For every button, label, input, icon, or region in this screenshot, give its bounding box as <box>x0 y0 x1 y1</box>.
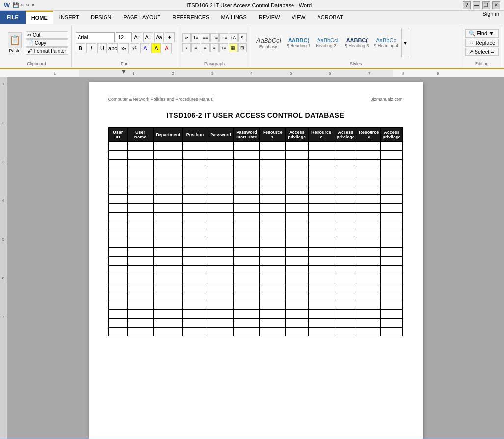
table-row[interactable] <box>108 257 402 266</box>
table-cell[interactable] <box>357 230 381 239</box>
table-cell[interactable] <box>234 195 260 204</box>
table-cell[interactable] <box>381 221 402 230</box>
table-cell[interactable] <box>334 142 357 151</box>
table-row[interactable] <box>108 230 402 239</box>
table-cell[interactable] <box>234 221 260 230</box>
font-shrink-btn[interactable]: A↓ <box>143 32 153 42</box>
table-row[interactable] <box>108 239 402 248</box>
table-cell[interactable] <box>208 274 234 283</box>
table-cell[interactable] <box>285 310 308 319</box>
table-cell[interactable] <box>108 310 127 319</box>
table-cell[interactable] <box>308 292 334 301</box>
replace-button[interactable]: ↔ Replace <box>465 39 499 47</box>
table-cell[interactable] <box>154 230 183 239</box>
select-button[interactable]: ↗ Select = <box>465 48 499 56</box>
table-cell[interactable] <box>154 292 183 301</box>
table-cell[interactable] <box>208 160 234 168</box>
tab-mailings[interactable]: MAILINGS <box>215 11 253 24</box>
table-cell[interactable] <box>183 266 208 274</box>
table-cell[interactable] <box>357 319 381 328</box>
table-cell[interactable] <box>357 328 381 336</box>
table-cell[interactable] <box>260 328 286 336</box>
table-cell[interactable] <box>234 230 260 239</box>
table-cell[interactable] <box>381 186 402 195</box>
table-cell[interactable] <box>108 328 127 336</box>
tab-insert[interactable]: INSERT <box>53 11 85 24</box>
table-cell[interactable] <box>127 195 153 204</box>
table-cell[interactable] <box>183 319 208 328</box>
table-cell[interactable] <box>127 177 153 186</box>
table-cell[interactable] <box>127 213 153 221</box>
table-cell[interactable] <box>357 151 381 160</box>
table-cell[interactable] <box>381 274 402 283</box>
table-cell[interactable] <box>260 283 286 292</box>
table-cell[interactable] <box>183 168 208 177</box>
table-cell[interactable] <box>208 319 234 328</box>
table-cell[interactable] <box>208 221 234 230</box>
table-cell[interactable] <box>381 310 402 319</box>
table-cell[interactable] <box>127 168 153 177</box>
table-cell[interactable] <box>154 319 183 328</box>
table-cell[interactable] <box>183 142 208 151</box>
table-cell[interactable] <box>183 248 208 257</box>
table-cell[interactable] <box>260 257 286 266</box>
table-cell[interactable] <box>285 319 308 328</box>
table-cell[interactable] <box>308 310 334 319</box>
text-highlight-btn[interactable]: A <box>151 43 161 53</box>
table-cell[interactable] <box>108 230 127 239</box>
table-cell[interactable] <box>308 274 334 283</box>
table-cell[interactable] <box>183 177 208 186</box>
table-cell[interactable] <box>334 186 357 195</box>
table-cell[interactable] <box>285 257 308 266</box>
table-cell[interactable] <box>308 319 334 328</box>
table-cell[interactable] <box>285 204 308 213</box>
text-effects-btn[interactable]: A <box>140 43 150 53</box>
table-cell[interactable] <box>154 239 183 248</box>
table-cell[interactable] <box>234 204 260 213</box>
table-cell[interactable] <box>308 151 334 160</box>
table-row[interactable] <box>108 221 402 230</box>
table-cell[interactable] <box>260 142 286 151</box>
table-cell[interactable] <box>260 195 286 204</box>
table-row[interactable] <box>108 151 402 160</box>
table-cell[interactable] <box>234 213 260 221</box>
style-heading3[interactable]: AABBC( ¶ Heading 3 <box>343 36 371 49</box>
table-cell[interactable] <box>127 230 153 239</box>
table-cell[interactable] <box>334 310 357 319</box>
table-cell[interactable] <box>154 328 183 336</box>
table-cell[interactable] <box>108 213 127 221</box>
table-cell[interactable] <box>260 230 286 239</box>
table-cell[interactable] <box>108 283 127 292</box>
table-cell[interactable] <box>334 319 357 328</box>
table-cell[interactable] <box>127 221 153 230</box>
table-row[interactable] <box>108 204 402 213</box>
table-cell[interactable] <box>334 239 357 248</box>
table-cell[interactable] <box>183 301 208 310</box>
help-btn[interactable]: ? <box>463 1 471 9</box>
table-cell[interactable] <box>234 310 260 319</box>
table-cell[interactable] <box>357 221 381 230</box>
table-cell[interactable] <box>285 266 308 274</box>
cut-button[interactable]: ✂ Cut <box>26 31 68 39</box>
table-cell[interactable] <box>285 274 308 283</box>
table-cell[interactable] <box>334 283 357 292</box>
table-cell[interactable] <box>234 186 260 195</box>
table-row[interactable] <box>108 328 402 336</box>
table-cell[interactable] <box>308 213 334 221</box>
table-cell[interactable] <box>260 274 286 283</box>
table-cell[interactable] <box>285 151 308 160</box>
table-cell[interactable] <box>127 248 153 257</box>
table-cell[interactable] <box>308 301 334 310</box>
table-cell[interactable] <box>308 177 334 186</box>
font-grow-btn[interactable]: A↑ <box>133 32 142 42</box>
table-cell[interactable] <box>334 160 357 168</box>
table-cell[interactable] <box>334 151 357 160</box>
table-cell[interactable] <box>334 168 357 177</box>
table-cell[interactable] <box>208 204 234 213</box>
table-cell[interactable] <box>285 142 308 151</box>
table-cell[interactable] <box>154 301 183 310</box>
table-cell[interactable] <box>127 310 153 319</box>
table-cell[interactable] <box>108 204 127 213</box>
format-painter-button[interactable]: 🖌 Format Painter <box>26 47 68 55</box>
table-cell[interactable] <box>334 221 357 230</box>
